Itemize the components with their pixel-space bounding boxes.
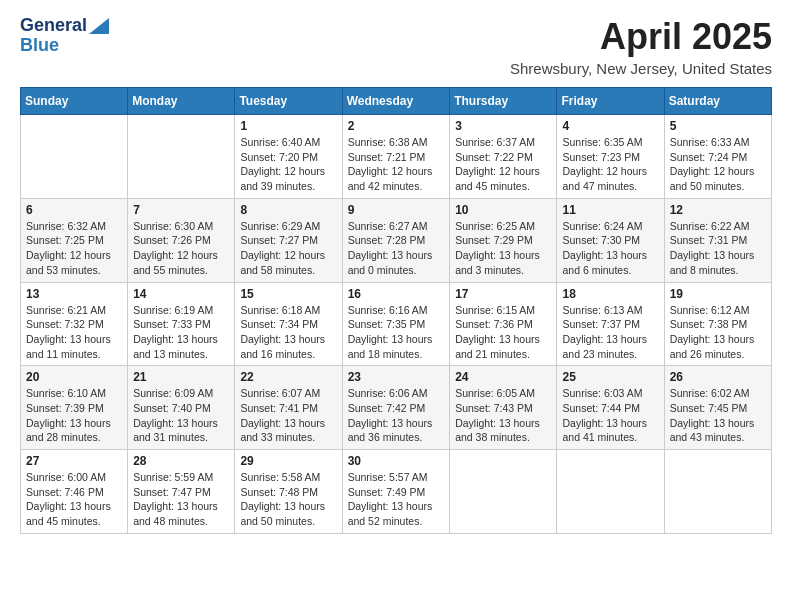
day-info: Sunrise: 6:02 AMSunset: 7:45 PMDaylight:…: [670, 386, 766, 445]
calendar-cell: 15Sunrise: 6:18 AMSunset: 7:34 PMDayligh…: [235, 282, 342, 366]
weekday-header-cell: Sunday: [21, 88, 128, 115]
calendar-cell: 5Sunrise: 6:33 AMSunset: 7:24 PMDaylight…: [664, 115, 771, 199]
calendar-cell: 16Sunrise: 6:16 AMSunset: 7:35 PMDayligh…: [342, 282, 450, 366]
day-number: 8: [240, 203, 336, 217]
day-info: Sunrise: 6:15 AMSunset: 7:36 PMDaylight:…: [455, 303, 551, 362]
logo-blue: Blue: [20, 36, 59, 56]
day-info: Sunrise: 6:24 AMSunset: 7:30 PMDaylight:…: [562, 219, 658, 278]
day-number: 23: [348, 370, 445, 384]
logo-general: General: [20, 16, 87, 36]
day-info: Sunrise: 6:25 AMSunset: 7:29 PMDaylight:…: [455, 219, 551, 278]
day-info: Sunrise: 6:21 AMSunset: 7:32 PMDaylight:…: [26, 303, 122, 362]
day-number: 9: [348, 203, 445, 217]
day-info: Sunrise: 6:05 AMSunset: 7:43 PMDaylight:…: [455, 386, 551, 445]
day-info: Sunrise: 5:58 AMSunset: 7:48 PMDaylight:…: [240, 470, 336, 529]
calendar-week-row: 13Sunrise: 6:21 AMSunset: 7:32 PMDayligh…: [21, 282, 772, 366]
day-info: Sunrise: 6:12 AMSunset: 7:38 PMDaylight:…: [670, 303, 766, 362]
calendar-cell: 18Sunrise: 6:13 AMSunset: 7:37 PMDayligh…: [557, 282, 664, 366]
day-number: 7: [133, 203, 229, 217]
weekday-header-cell: Thursday: [450, 88, 557, 115]
calendar-cell: 3Sunrise: 6:37 AMSunset: 7:22 PMDaylight…: [450, 115, 557, 199]
day-info: Sunrise: 6:16 AMSunset: 7:35 PMDaylight:…: [348, 303, 445, 362]
calendar-cell: 25Sunrise: 6:03 AMSunset: 7:44 PMDayligh…: [557, 366, 664, 450]
calendar-cell: 29Sunrise: 5:58 AMSunset: 7:48 PMDayligh…: [235, 450, 342, 534]
title-area: April 2025 Shrewsbury, New Jersey, Unite…: [510, 16, 772, 77]
calendar-cell: 13Sunrise: 6:21 AMSunset: 7:32 PMDayligh…: [21, 282, 128, 366]
calendar-cell: 11Sunrise: 6:24 AMSunset: 7:30 PMDayligh…: [557, 198, 664, 282]
day-info: Sunrise: 6:33 AMSunset: 7:24 PMDaylight:…: [670, 135, 766, 194]
calendar-week-row: 1Sunrise: 6:40 AMSunset: 7:20 PMDaylight…: [21, 115, 772, 199]
weekday-header-cell: Friday: [557, 88, 664, 115]
day-info: Sunrise: 6:10 AMSunset: 7:39 PMDaylight:…: [26, 386, 122, 445]
day-info: Sunrise: 6:13 AMSunset: 7:37 PMDaylight:…: [562, 303, 658, 362]
location-title: Shrewsbury, New Jersey, United States: [510, 60, 772, 77]
calendar-cell: 9Sunrise: 6:27 AMSunset: 7:28 PMDaylight…: [342, 198, 450, 282]
day-info: Sunrise: 6:09 AMSunset: 7:40 PMDaylight:…: [133, 386, 229, 445]
day-number: 20: [26, 370, 122, 384]
day-info: Sunrise: 6:29 AMSunset: 7:27 PMDaylight:…: [240, 219, 336, 278]
day-number: 6: [26, 203, 122, 217]
day-number: 11: [562, 203, 658, 217]
day-number: 25: [562, 370, 658, 384]
day-number: 19: [670, 287, 766, 301]
weekday-header-cell: Tuesday: [235, 88, 342, 115]
page-header: General Blue April 2025 Shrewsbury, New …: [20, 16, 772, 77]
day-number: 27: [26, 454, 122, 468]
day-number: 17: [455, 287, 551, 301]
day-number: 2: [348, 119, 445, 133]
calendar-cell: 21Sunrise: 6:09 AMSunset: 7:40 PMDayligh…: [128, 366, 235, 450]
day-number: 5: [670, 119, 766, 133]
day-number: 4: [562, 119, 658, 133]
day-info: Sunrise: 6:27 AMSunset: 7:28 PMDaylight:…: [348, 219, 445, 278]
weekday-header-cell: Saturday: [664, 88, 771, 115]
day-number: 28: [133, 454, 229, 468]
calendar-table: SundayMondayTuesdayWednesdayThursdayFrid…: [20, 87, 772, 534]
day-number: 1: [240, 119, 336, 133]
calendar-cell: [21, 115, 128, 199]
day-number: 14: [133, 287, 229, 301]
calendar-cell: 26Sunrise: 6:02 AMSunset: 7:45 PMDayligh…: [664, 366, 771, 450]
calendar-cell: 30Sunrise: 5:57 AMSunset: 7:49 PMDayligh…: [342, 450, 450, 534]
calendar-cell: 24Sunrise: 6:05 AMSunset: 7:43 PMDayligh…: [450, 366, 557, 450]
day-info: Sunrise: 6:00 AMSunset: 7:46 PMDaylight:…: [26, 470, 122, 529]
calendar-cell: [128, 115, 235, 199]
calendar-cell: 27Sunrise: 6:00 AMSunset: 7:46 PMDayligh…: [21, 450, 128, 534]
day-number: 26: [670, 370, 766, 384]
calendar-week-row: 20Sunrise: 6:10 AMSunset: 7:39 PMDayligh…: [21, 366, 772, 450]
day-number: 24: [455, 370, 551, 384]
day-number: 16: [348, 287, 445, 301]
logo-icon: [89, 18, 109, 34]
weekday-header-row: SundayMondayTuesdayWednesdayThursdayFrid…: [21, 88, 772, 115]
day-number: 12: [670, 203, 766, 217]
calendar-cell: 19Sunrise: 6:12 AMSunset: 7:38 PMDayligh…: [664, 282, 771, 366]
calendar-cell: 20Sunrise: 6:10 AMSunset: 7:39 PMDayligh…: [21, 366, 128, 450]
calendar-cell: 2Sunrise: 6:38 AMSunset: 7:21 PMDaylight…: [342, 115, 450, 199]
day-info: Sunrise: 6:03 AMSunset: 7:44 PMDaylight:…: [562, 386, 658, 445]
calendar-cell: 14Sunrise: 6:19 AMSunset: 7:33 PMDayligh…: [128, 282, 235, 366]
day-info: Sunrise: 6:19 AMSunset: 7:33 PMDaylight:…: [133, 303, 229, 362]
weekday-header-cell: Monday: [128, 88, 235, 115]
calendar-cell: 12Sunrise: 6:22 AMSunset: 7:31 PMDayligh…: [664, 198, 771, 282]
day-info: Sunrise: 6:06 AMSunset: 7:42 PMDaylight:…: [348, 386, 445, 445]
day-info: Sunrise: 6:30 AMSunset: 7:26 PMDaylight:…: [133, 219, 229, 278]
calendar-cell: 23Sunrise: 6:06 AMSunset: 7:42 PMDayligh…: [342, 366, 450, 450]
day-info: Sunrise: 6:35 AMSunset: 7:23 PMDaylight:…: [562, 135, 658, 194]
day-info: Sunrise: 5:57 AMSunset: 7:49 PMDaylight:…: [348, 470, 445, 529]
calendar-cell: [450, 450, 557, 534]
day-number: 21: [133, 370, 229, 384]
day-number: 18: [562, 287, 658, 301]
day-info: Sunrise: 5:59 AMSunset: 7:47 PMDaylight:…: [133, 470, 229, 529]
day-number: 30: [348, 454, 445, 468]
logo: General Blue: [20, 16, 109, 56]
calendar-cell: 17Sunrise: 6:15 AMSunset: 7:36 PMDayligh…: [450, 282, 557, 366]
calendar-cell: [557, 450, 664, 534]
day-info: Sunrise: 6:32 AMSunset: 7:25 PMDaylight:…: [26, 219, 122, 278]
calendar-week-row: 27Sunrise: 6:00 AMSunset: 7:46 PMDayligh…: [21, 450, 772, 534]
calendar-cell: 7Sunrise: 6:30 AMSunset: 7:26 PMDaylight…: [128, 198, 235, 282]
calendar-cell: 4Sunrise: 6:35 AMSunset: 7:23 PMDaylight…: [557, 115, 664, 199]
day-number: 3: [455, 119, 551, 133]
day-number: 13: [26, 287, 122, 301]
day-info: Sunrise: 6:07 AMSunset: 7:41 PMDaylight:…: [240, 386, 336, 445]
calendar-cell: 10Sunrise: 6:25 AMSunset: 7:29 PMDayligh…: [450, 198, 557, 282]
svg-marker-0: [89, 18, 109, 34]
